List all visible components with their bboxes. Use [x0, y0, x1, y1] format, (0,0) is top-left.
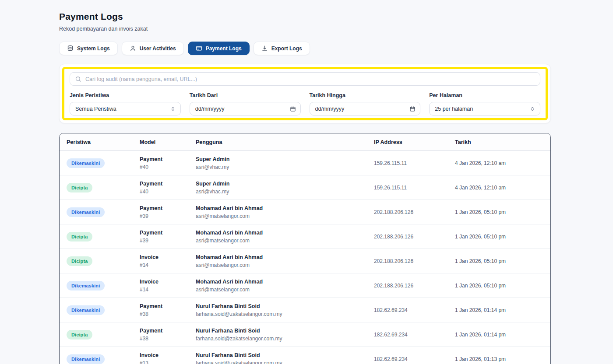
event-badge: Dicipta: [67, 330, 92, 340]
log-date: 1 Jan 2026, 01:14 pm: [448, 322, 550, 347]
search-wrap: [70, 72, 540, 86]
user-email: asri@matselangor.com: [196, 262, 360, 268]
search-input[interactable]: [70, 72, 540, 86]
filter-grid: Jenis Peristiwa Semua Peristiwa Tarikh D…: [70, 92, 540, 116]
chevron-updown-icon: [170, 106, 176, 112]
model-id: #38: [140, 311, 182, 317]
column-header-pengguna: Pengguna: [189, 133, 367, 151]
event-badge: Dikemaskini: [67, 354, 105, 364]
log-date: 1 Jan 2026, 05:10 pm: [448, 224, 550, 249]
logs-table: Peristiwa Model Pengguna IP Address Tari…: [60, 133, 550, 364]
user-icon: [130, 45, 136, 52]
user-email: asri@vhac.my: [196, 164, 360, 170]
model-name: Payment: [140, 328, 182, 334]
field-per-halaman: Per Halaman 25 per halaman: [429, 92, 540, 116]
user-name: Super Admin: [196, 181, 360, 187]
ip-address: 182.62.69.234: [367, 347, 448, 364]
model-id: #38: [140, 336, 182, 342]
event-badge: Dicipta: [67, 183, 92, 192]
user-email: farhana.soid@zakatselangor.com.my: [196, 311, 360, 317]
field-tarikh-hingga: Tarikh Hingga: [310, 92, 421, 116]
select-value: 25 per halaman: [435, 106, 473, 112]
date-from-control: [190, 102, 301, 116]
model-name: Invoice: [140, 352, 182, 358]
user-name: Nurul Farhana Binti Soid: [196, 352, 360, 358]
ip-address: 202.188.206.126: [367, 200, 448, 224]
ip-address: 202.188.206.126: [367, 224, 448, 249]
tab-payment-logs[interactable]: Payment Logs: [188, 42, 250, 55]
user-name: Mohamad Asri bin Ahmad: [196, 230, 360, 236]
date-to-control: [310, 102, 421, 116]
page-subtitle: Rekod pembayaran dan invois zakat: [59, 26, 551, 32]
log-date: 1 Jan 2026, 01:14 pm: [448, 298, 550, 322]
page-content: Payment Logs Rekod pembayaran dan invois…: [59, 0, 551, 364]
model-id: #14: [140, 262, 182, 268]
per-page-select[interactable]: 25 per halaman: [429, 102, 540, 116]
user-email: asri@matselangor.com: [196, 213, 360, 219]
field-label: Per Halaman: [429, 92, 540, 98]
database-icon: [67, 45, 74, 52]
table-row: Dikemaskini Invoice #14 Mohamad Asri bin…: [60, 273, 550, 298]
tab-label: Export Logs: [271, 46, 302, 52]
ip-address: 159.26.115.11: [367, 151, 448, 175]
model-name: Payment: [140, 181, 182, 187]
table-row: Dikemaskini Payment #38 Nurul Farhana Bi…: [60, 298, 550, 322]
user-email: asri@vhac.my: [196, 189, 360, 195]
log-date: 1 Jan 2026, 05:10 pm: [448, 249, 550, 273]
tab-export-logs[interactable]: Export Logs: [254, 42, 310, 55]
model-id: #14: [140, 287, 182, 293]
tab-system-logs[interactable]: System Logs: [59, 42, 118, 55]
model-name: Invoice: [140, 254, 182, 260]
ip-address: 202.188.206.126: [367, 273, 448, 298]
model-id: #39: [140, 213, 182, 219]
calendar-icon[interactable]: [290, 106, 296, 112]
table-row: Dikemaskini Payment #40 Super Admin asri…: [60, 151, 550, 175]
date-from-input[interactable]: [195, 106, 295, 112]
page-title: Payment Logs: [59, 11, 551, 22]
select-value: Semua Peristiwa: [75, 106, 116, 112]
user-name: Nurul Farhana Binti Soid: [196, 303, 360, 309]
tabs: System Logs User Activities Payment Logs…: [59, 42, 551, 55]
model-name: Invoice: [140, 279, 182, 285]
download-icon: [261, 45, 268, 52]
table-row: Dicipta Payment #39 Mohamad Asri bin Ahm…: [60, 224, 550, 249]
model-name: Payment: [140, 156, 182, 162]
table-row: Dicipta Payment #40 Super Admin asri@vha…: [60, 175, 550, 200]
ip-address: 182.62.69.234: [367, 322, 448, 347]
column-header-peristiwa: Peristiwa: [60, 133, 133, 151]
column-header-ip-address: IP Address: [367, 133, 448, 151]
field-tarikh-dari: Tarikh Dari: [190, 92, 301, 116]
column-header-tarikh: Tarikh: [448, 133, 550, 151]
log-date: 4 Jan 2026, 12:10 am: [448, 175, 550, 200]
log-date: 1 Jan 2026, 05:10 pm: [448, 273, 550, 298]
user-email: farhana.soid@zakatselangor.com.my: [196, 336, 360, 342]
table-row: Dicipta Invoice #14 Mohamad Asri bin Ahm…: [60, 249, 550, 273]
ip-address: 182.62.69.234: [367, 298, 448, 322]
user-name: Nurul Farhana Binti Soid: [196, 328, 360, 334]
user-email: asri@matselangor.com: [196, 287, 360, 293]
tab-label: Payment Logs: [206, 46, 242, 52]
column-header-model: Model: [133, 133, 189, 151]
field-label: Tarikh Hingga: [310, 92, 421, 98]
model-id: #40: [140, 164, 182, 170]
table-header-row: Peristiwa Model Pengguna IP Address Tari…: [60, 133, 550, 151]
search-icon: [75, 76, 81, 82]
table-row: Dicipta Payment #38 Nurul Farhana Binti …: [60, 322, 550, 347]
tab-user-activities[interactable]: User Activities: [122, 42, 184, 55]
calendar-icon[interactable]: [409, 106, 416, 112]
log-date: 1 Jan 2026, 05:10 pm: [448, 200, 550, 224]
user-name: Mohamad Asri bin Ahmad: [196, 254, 360, 260]
model-id: #40: [140, 189, 182, 195]
filter-card: Jenis Peristiwa Semua Peristiwa Tarikh D…: [59, 64, 551, 123]
log-date: 1 Jan 2026, 01:13 pm: [448, 347, 550, 364]
user-email: farhana.soid@zakatselangor.com.my: [196, 360, 360, 364]
event-badge: Dikemaskini: [67, 158, 105, 168]
event-type-select[interactable]: Semua Peristiwa: [70, 102, 181, 116]
user-name: Mohamad Asri bin Ahmad: [196, 279, 360, 285]
model-id: #13: [140, 360, 182, 364]
event-badge: Dikemaskini: [67, 305, 105, 315]
model-id: #39: [140, 238, 182, 244]
date-to-input[interactable]: [315, 106, 415, 112]
tab-label: System Logs: [77, 46, 110, 52]
credit-card-icon: [196, 45, 202, 52]
